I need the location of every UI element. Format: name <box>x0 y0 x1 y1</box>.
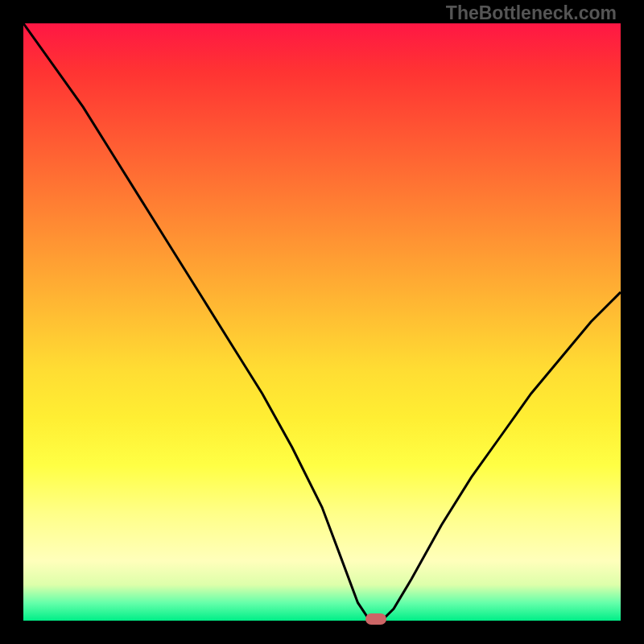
optimal-marker <box>365 613 386 625</box>
chart-container: TheBottleneck.com <box>0 0 644 644</box>
chart-curve <box>23 23 621 621</box>
attribution-text: TheBottleneck.com <box>446 2 617 24</box>
